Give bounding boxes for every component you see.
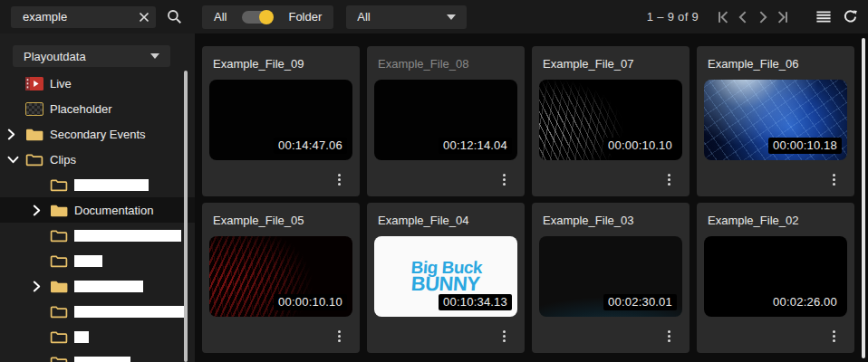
file-name: Example_File_06 xyxy=(697,46,854,71)
scope-folder-label[interactable]: Folder xyxy=(288,10,322,24)
folder-outline-icon xyxy=(50,229,68,243)
scope-all-label[interactable]: All xyxy=(214,10,227,24)
first-page-icon[interactable] xyxy=(713,7,733,27)
thumbnail: Big BuckBUNNY00:10:34.13 xyxy=(374,236,517,317)
thumbnail: 00:12:14.04 xyxy=(374,80,517,160)
tree-item-secondary-events[interactable]: Secondary Events xyxy=(0,121,195,147)
sidebar-scrollbar[interactable] xyxy=(184,71,188,362)
folder-filled-icon xyxy=(50,204,68,217)
type-filter-dropdown[interactable]: All xyxy=(346,5,467,29)
sidebar: Playoutdata LivePlaceholderSecondary Eve… xyxy=(0,33,195,362)
thumbnail: 00:00:10.18 xyxy=(704,80,847,160)
caret-down-icon xyxy=(447,14,456,20)
duration-badge: 00:00:10.18 xyxy=(768,138,842,154)
folder-filled-icon xyxy=(50,280,68,293)
search-box[interactable] xyxy=(11,6,156,28)
file-name: Example_File_09 xyxy=(202,46,360,71)
file-name: Example_File_02 xyxy=(697,203,854,227)
toggle-knob xyxy=(259,10,274,24)
list-view-menu-icon[interactable] xyxy=(816,11,831,23)
live-icon xyxy=(25,77,43,90)
file-card-example_file_04[interactable]: Example_File_04Big BuckBUNNY00:10:34.13 xyxy=(367,203,525,353)
duration-badge: 00:12:14.04 xyxy=(439,138,512,154)
next-page-icon[interactable] xyxy=(753,7,773,27)
thumbnail: 00:02:30.01 xyxy=(539,236,682,317)
folder-outline-icon xyxy=(50,305,68,319)
file-name: Example_File_07 xyxy=(532,46,690,71)
folder-outline-icon xyxy=(50,178,68,192)
caret-down-icon xyxy=(150,53,159,59)
duration-badge: 00:02:30.01 xyxy=(603,294,677,310)
kebab-menu-icon[interactable] xyxy=(665,328,673,345)
tree-item-folder-4[interactable] xyxy=(0,172,195,197)
placeholder-icon xyxy=(25,102,43,116)
pagination-bar: 1 – 9 of 9 xyxy=(647,7,857,27)
tree-item-placeholder[interactable]: Placeholder xyxy=(0,96,195,121)
file-card-example_file_07[interactable]: Example_File_0700:00:10.10 xyxy=(532,46,690,196)
thumbnail-logo-text: Big BuckBUNNY xyxy=(409,260,482,294)
chevron-right-icon[interactable] xyxy=(33,281,50,292)
tree-item-label: Secondary Events xyxy=(50,128,146,141)
clear-search-icon[interactable] xyxy=(139,12,149,23)
folder-outline-icon xyxy=(50,330,68,344)
scope-toggle[interactable] xyxy=(242,11,273,24)
file-card-example_file_09[interactable]: Example_File_0900:14:47.06 xyxy=(202,46,360,196)
kebab-menu-icon[interactable] xyxy=(500,328,508,345)
file-name: Example_File_08 xyxy=(367,46,525,71)
kebab-menu-icon[interactable] xyxy=(830,171,838,188)
chevron-right-icon[interactable] xyxy=(7,129,25,140)
kebab-menu-icon[interactable] xyxy=(335,328,343,345)
kebab-menu-icon[interactable] xyxy=(335,171,343,188)
thumbnail: 00:00:10.10 xyxy=(209,236,352,317)
chevron-down-icon[interactable] xyxy=(7,156,25,164)
last-page-icon[interactable] xyxy=(773,7,793,27)
tree-item-folder-7[interactable] xyxy=(0,248,195,273)
duration-badge: 00:00:10.10 xyxy=(274,294,347,310)
folder-outline-icon xyxy=(25,153,43,167)
kebab-menu-icon[interactable] xyxy=(500,171,508,188)
tree-item-folder-8[interactable] xyxy=(0,273,195,299)
tree-item-label: Live xyxy=(50,77,72,90)
folder-outline-icon xyxy=(50,254,68,268)
duration-badge: 00:00:10.10 xyxy=(603,138,677,154)
tree-item-folder-6[interactable] xyxy=(0,223,195,248)
tree-item-label: Clips xyxy=(50,153,76,167)
file-card-example_file_03[interactable]: Example_File_0300:02:30.01 xyxy=(532,203,690,353)
file-card-example_file_02[interactable]: Example_File_0200:02:26.00 xyxy=(697,203,854,353)
chevron-right-icon[interactable] xyxy=(33,205,50,216)
refresh-icon[interactable] xyxy=(844,10,857,24)
tree-item-folder-9[interactable] xyxy=(0,299,195,324)
kebab-menu-icon[interactable] xyxy=(665,171,673,188)
file-card-example_file_08[interactable]: Example_File_0800:12:14.04 xyxy=(367,46,525,196)
media-browser: Example_File_0900:14:47.06Example_File_0… xyxy=(195,33,868,362)
pagination-range: 1 – 9 of 9 xyxy=(647,10,699,24)
main-scrollbar[interactable] xyxy=(862,38,865,358)
folder-tree: LivePlaceholderSecondary EventsClipsDocu… xyxy=(0,71,195,362)
prev-page-icon[interactable] xyxy=(733,7,753,27)
source-selector-value: Playoutdata xyxy=(24,50,86,63)
tree-item-label: Placeholder xyxy=(50,102,112,116)
tree-item-documentation[interactable]: Documentation xyxy=(0,197,195,223)
file-card-example_file_06[interactable]: Example_File_0600:00:10.18 xyxy=(697,46,854,196)
duration-badge: 00:10:34.13 xyxy=(439,294,512,310)
thumbnail: 00:00:10.10 xyxy=(539,80,682,160)
duration-badge: 00:14:47.06 xyxy=(274,138,347,154)
file-name: Example_File_03 xyxy=(532,203,690,227)
scope-filter-group: All Folder xyxy=(202,5,333,29)
search-icon[interactable] xyxy=(167,9,182,24)
top-toolbar: All Folder All 1 – 9 of 9 xyxy=(0,0,868,33)
tree-item-folder-11[interactable] xyxy=(0,349,195,362)
tree-item-folder-10[interactable] xyxy=(0,324,195,349)
search-input[interactable] xyxy=(23,10,139,24)
kebab-menu-icon[interactable] xyxy=(830,328,838,345)
tree-item-clips[interactable]: Clips xyxy=(0,147,195,172)
thumbnail: 00:02:26.00 xyxy=(704,236,847,317)
folder-filled-icon xyxy=(25,128,43,141)
file-name: Example_File_04 xyxy=(367,203,525,227)
tree-item-live[interactable]: Live xyxy=(0,71,195,96)
source-selector-dropdown[interactable]: Playoutdata xyxy=(13,45,170,67)
file-card-example_file_05[interactable]: Example_File_0500:00:10.10 xyxy=(202,203,360,353)
redacted-label xyxy=(74,331,89,343)
redacted-label xyxy=(74,255,102,267)
folder-outline-icon xyxy=(50,356,68,362)
